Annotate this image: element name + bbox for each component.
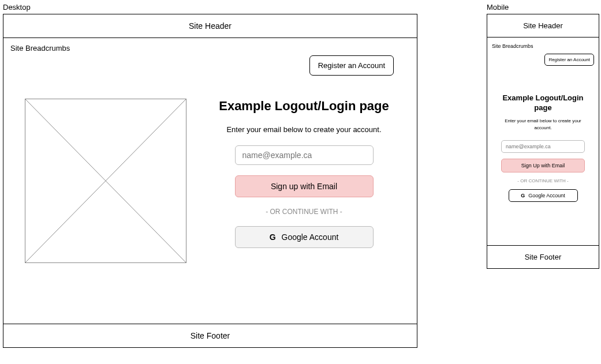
page-title: Example Logout/Login page: [215, 99, 393, 114]
breadcrumb: Site Breadcrumbs: [492, 43, 594, 49]
google-icon: G: [521, 193, 525, 198]
divider-text: - OR CONTINUE WITH -: [215, 208, 393, 216]
image-placeholder: [25, 99, 186, 263]
email-field[interactable]: [501, 140, 585, 153]
page-title: Example Logout/Login page: [497, 93, 589, 113]
subtitle: Enter your email below to create your ac…: [215, 125, 393, 134]
site-footer: Site Footer: [3, 324, 417, 347]
login-form: Example Logout/Login page Enter your ema…: [215, 99, 410, 263]
site-header: Site Header: [3, 14, 417, 38]
subtitle: Enter your email below to create your ac…: [497, 118, 589, 132]
google-label: Google Account: [282, 232, 339, 242]
signup-email-button[interactable]: Sign up with Email: [235, 175, 374, 197]
google-label: Google Account: [528, 193, 565, 198]
desktop-content: Example Logout/Login page Enter your ema…: [10, 99, 410, 263]
desktop-window: Site Header Site Breadcrumbs Register an…: [3, 14, 417, 348]
google-signin-button[interactable]: GGoogle Account: [509, 189, 578, 202]
mobile-body: Site Breadcrumbs Register an Account Exa…: [487, 37, 599, 245]
mobile-wireframe: Mobile Site Header Site Breadcrumbs Regi…: [487, 3, 599, 269]
mobile-window: Site Header Site Breadcrumbs Register an…: [487, 14, 599, 269]
divider-text: - OR CONTINUE WITH -: [497, 178, 589, 183]
site-footer: Site Footer: [487, 245, 599, 268]
signup-email-button[interactable]: Sign Up with Email: [501, 159, 585, 172]
login-form: Example Logout/Login page Enter your ema…: [492, 93, 594, 202]
register-button[interactable]: Register an Account: [544, 54, 594, 66]
email-field[interactable]: [235, 145, 374, 165]
site-header: Site Header: [487, 14, 599, 37]
desktop-label: Desktop: [3, 3, 417, 12]
breadcrumb: Site Breadcrumbs: [10, 44, 410, 52]
google-signin-button[interactable]: GGoogle Account: [235, 226, 374, 248]
mobile-label: Mobile: [487, 3, 599, 12]
desktop-wireframe: Desktop Site Header Site Breadcrumbs Reg…: [3, 3, 417, 348]
register-button[interactable]: Register an Account: [309, 55, 394, 76]
desktop-body: Site Breadcrumbs Register an Account Exa…: [3, 38, 417, 324]
google-icon: G: [270, 232, 276, 242]
